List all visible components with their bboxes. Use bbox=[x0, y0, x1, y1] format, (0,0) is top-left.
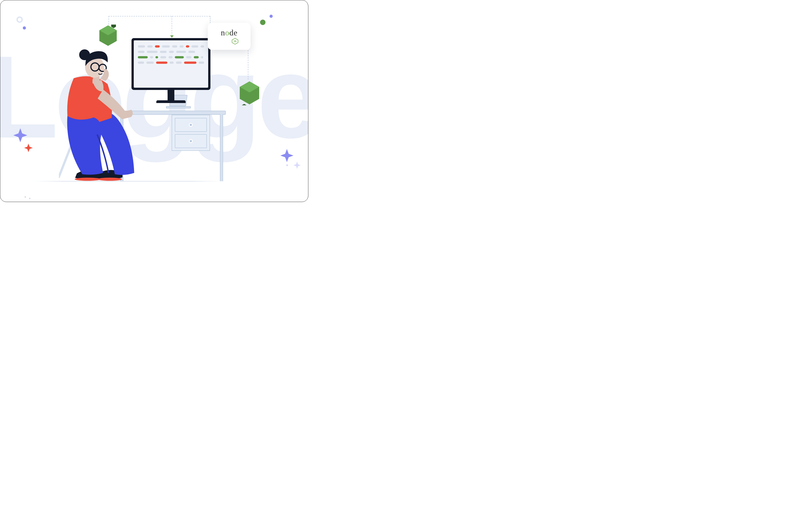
dot-icon bbox=[23, 26, 26, 30]
dot-small-icon bbox=[286, 164, 288, 166]
nodejs-hex-icon: JS bbox=[231, 38, 239, 45]
nodejs-card: node JS bbox=[208, 23, 250, 50]
sparkle-red-icon bbox=[24, 144, 33, 152]
code-segment bbox=[186, 56, 191, 58]
code-segment bbox=[188, 51, 195, 53]
drawer-knob-icon bbox=[189, 123, 193, 127]
hexagon-left-icon bbox=[98, 25, 118, 47]
dot-lilac-icon bbox=[270, 15, 273, 18]
circle-outline-icon bbox=[16, 16, 23, 23]
code-segment bbox=[156, 56, 158, 58]
code-segment bbox=[186, 45, 189, 47]
code-segment bbox=[170, 61, 174, 64]
code-segment bbox=[176, 51, 186, 53]
code-row bbox=[138, 61, 204, 64]
drawer-block bbox=[172, 115, 210, 151]
nodejs-sub-label: JS bbox=[234, 40, 237, 43]
code-segment bbox=[162, 45, 170, 47]
code-segment bbox=[147, 45, 153, 47]
code-segment bbox=[160, 56, 166, 58]
code-segment bbox=[147, 51, 158, 53]
svg-point-8 bbox=[98, 178, 122, 181]
monitor-screen bbox=[134, 40, 208, 88]
code-segment bbox=[191, 45, 198, 47]
code-segment bbox=[194, 56, 199, 58]
illustration-canvas: Logger bbox=[0, 0, 308, 202]
laptop-base bbox=[166, 106, 191, 108]
code-row bbox=[138, 56, 204, 58]
connector-top bbox=[108, 16, 210, 16]
nodejs-logo-icon: node JS bbox=[219, 28, 239, 45]
code-row bbox=[138, 51, 204, 53]
nodejs-wordmark: node bbox=[221, 28, 237, 38]
drawer-1 bbox=[175, 118, 207, 132]
code-segment bbox=[199, 61, 204, 64]
code-segment bbox=[175, 56, 184, 58]
code-segment bbox=[146, 61, 154, 64]
monitor-base bbox=[156, 100, 186, 103]
code-segment bbox=[160, 51, 167, 53]
connector-arrow-icon bbox=[170, 35, 174, 38]
code-segment bbox=[201, 56, 203, 58]
code-segment bbox=[184, 61, 197, 64]
code-row bbox=[138, 45, 204, 47]
sparkle-lilac2-icon bbox=[280, 149, 293, 162]
connector-to-monitor bbox=[172, 16, 172, 36]
monitor-frame bbox=[131, 38, 211, 90]
code-segment bbox=[150, 56, 153, 58]
code-segment bbox=[176, 61, 182, 64]
code-segment bbox=[169, 56, 173, 58]
hexagon-right-icon bbox=[238, 80, 261, 105]
code-segment bbox=[172, 45, 177, 47]
connector-to-node bbox=[210, 16, 211, 23]
monitor-neck bbox=[168, 89, 174, 101]
person-illustration bbox=[59, 45, 140, 183]
code-segment bbox=[201, 45, 204, 47]
svg-line-12 bbox=[99, 67, 99, 68]
floor-dot2-icon bbox=[29, 198, 30, 199]
code-segment bbox=[169, 51, 174, 53]
dot-green-icon bbox=[260, 20, 265, 25]
node-letter: n bbox=[221, 28, 225, 37]
code-segment bbox=[156, 61, 168, 64]
svg-marker-5 bbox=[241, 104, 247, 105]
sparkle-lilac-icon bbox=[13, 128, 27, 142]
code-segment bbox=[155, 45, 160, 47]
svg-point-13 bbox=[79, 49, 90, 60]
monitor bbox=[131, 38, 211, 106]
node-letter-o: o bbox=[225, 28, 229, 37]
floor-dot1-icon bbox=[25, 196, 26, 198]
sparkle-pale-icon bbox=[293, 162, 301, 169]
connector-node-out bbox=[248, 50, 248, 79]
node-letter: de bbox=[229, 28, 237, 37]
svg-point-7 bbox=[75, 178, 101, 181]
drawer-2 bbox=[175, 134, 207, 148]
code-segment bbox=[179, 45, 184, 47]
drawer-knob-icon bbox=[189, 139, 193, 143]
desk-leg-right bbox=[220, 114, 223, 181]
